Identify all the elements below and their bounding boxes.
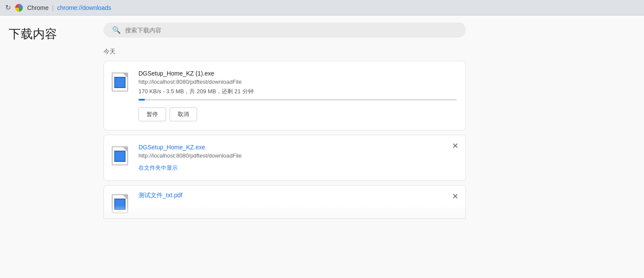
- cancel-button[interactable]: 取消: [170, 107, 197, 121]
- download-card-partial: 测试文件_txt.pdf ✕: [104, 185, 466, 219]
- address-url[interactable]: chrome://downloads: [57, 4, 111, 11]
- file-icon-wrap: [111, 72, 132, 92]
- download-card-complete: DGSetup_Home_KZ.exe http://localhost:808…: [104, 135, 466, 181]
- file-icon-2: [112, 146, 131, 165]
- sidebar: 下载内容: [0, 16, 95, 278]
- progress-text: 170 KB/s - 3.5 MB，共 209 MB，还剩 21 分钟: [138, 88, 457, 95]
- section-today-label: 今天: [104, 48, 466, 56]
- file-icon-page: [112, 73, 128, 92]
- close-button-2[interactable]: ✕: [451, 141, 459, 151]
- file-icon-inner-2: [114, 151, 126, 162]
- pause-button[interactable]: 暂停: [138, 107, 166, 121]
- search-input[interactable]: [125, 27, 457, 34]
- search-icon: 🔍: [112, 26, 121, 34]
- file-url-2: http://localhost:8080/pdftest/downloadFi…: [138, 152, 457, 159]
- file-icon: [112, 73, 131, 92]
- main-content: 🔍 今天 DGSetup_Home_KZ (1).exe http://loca…: [95, 16, 483, 278]
- card-actions: 暂停 取消: [138, 107, 457, 121]
- card-content: DGSetup_Home_KZ (1).exe http://localhost…: [138, 70, 457, 121]
- file-url: http://localhost:8080/pdftest/downloadFi…: [138, 79, 457, 85]
- reload-icon[interactable]: ↻: [5, 3, 11, 12]
- file-name-link-3[interactable]: 测试文件_txt.pdf: [138, 192, 457, 199]
- show-in-folder-link[interactable]: 在文件夹中显示: [138, 164, 178, 172]
- file-icon-inner: [114, 77, 126, 88]
- search-bar: 🔍: [104, 22, 466, 38]
- file-name: DGSetup_Home_KZ (1).exe: [138, 70, 457, 77]
- page-title: 下载内容: [9, 26, 86, 42]
- tab-title: Chrome: [27, 4, 49, 11]
- close-button-3[interactable]: ✕: [451, 192, 459, 201]
- file-icon-wrap-2: [111, 145, 132, 166]
- progress-bar-wrap: [138, 99, 457, 101]
- address-separator: |: [52, 4, 54, 11]
- chrome-logo-icon: [15, 4, 23, 12]
- page-container: 下载内容 🔍 今天 DGSetup_Home_KZ (1).exe: [0, 16, 644, 278]
- file-icon-page-2: [112, 146, 128, 165]
- download-card: DGSetup_Home_KZ (1).exe http://localhost…: [104, 61, 466, 130]
- search-container: 🔍: [104, 22, 466, 38]
- progress-bar-fill: [138, 99, 145, 101]
- card-content-3: 测试文件_txt.pdf: [138, 192, 457, 201]
- file-name-link[interactable]: DGSetup_Home_KZ.exe: [138, 144, 457, 151]
- address-bar: Chrome | chrome://downloads: [27, 4, 111, 11]
- partial-fade: [104, 205, 465, 218]
- browser-chrome: ↻ Chrome | chrome://downloads: [0, 0, 644, 16]
- card-content-2: DGSetup_Home_KZ.exe http://localhost:808…: [138, 144, 457, 172]
